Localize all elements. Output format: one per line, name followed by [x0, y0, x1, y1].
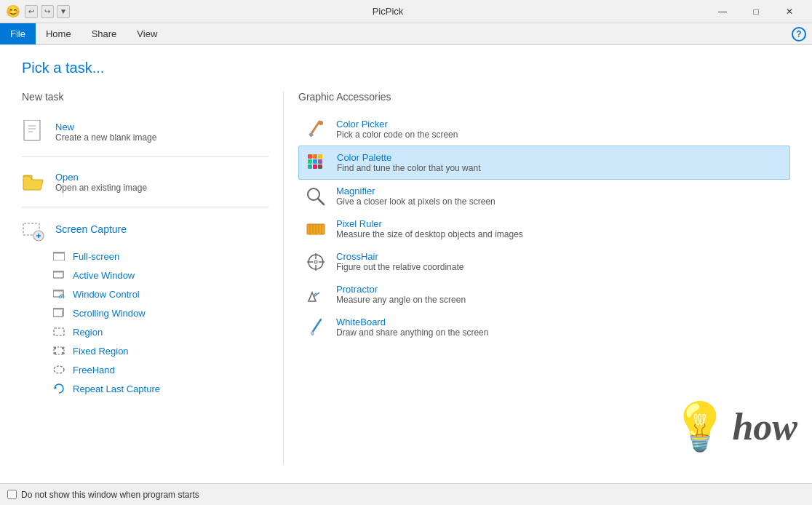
window-control-label: Window Control: [73, 289, 140, 300]
svg-rect-32: [308, 154, 312, 159]
scrolling-window-label: Scrolling Window: [73, 308, 146, 319]
fullscreen-icon: [52, 250, 65, 263]
whiteboard-item[interactable]: WhiteBoard Draw and share anything on th…: [298, 311, 790, 343]
protractor-item[interactable]: Protractor Measure any angle on the scre…: [298, 278, 790, 311]
close-button[interactable]: ✕: [773, 0, 806, 23]
svg-line-56: [312, 319, 321, 333]
pixel-ruler-text: Pixel Ruler Measure the size of desktop …: [336, 218, 523, 239]
svg-rect-10: [53, 252, 65, 254]
bulb-icon: 💡: [671, 399, 729, 454]
undo-button[interactable]: ↩: [25, 5, 38, 18]
whiteboard-icon: [306, 317, 326, 338]
new-task-item[interactable]: New Create a new blank image: [22, 114, 268, 149]
svg-rect-36: [313, 159, 317, 164]
menu-home[interactable]: Home: [36, 23, 81, 44]
screen-capture-header[interactable]: Screen Capture: [22, 215, 268, 247]
svg-rect-19: [53, 308, 63, 310]
watermark-text: how: [732, 405, 797, 448]
svg-rect-37: [318, 159, 322, 164]
crosshair-item[interactable]: CrossHair Figure out the relative coordi…: [298, 245, 790, 278]
app-logo: 😊: [6, 4, 20, 18]
title-bar-left: 😊 ↩ ↪ ▼: [6, 4, 70, 18]
new-task-section-title: New task: [22, 91, 268, 103]
full-screen-item[interactable]: Full-screen: [52, 247, 268, 266]
whiteboard-label: WhiteBoard: [336, 317, 488, 327]
color-palette-item[interactable]: Color Palette Find and tune the color th…: [298, 146, 790, 180]
title-bar: 😊 ↩ ↪ ▼ PicPick — □ ✕: [0, 0, 812, 23]
menu-file[interactable]: File: [0, 23, 36, 44]
svg-marker-28: [55, 386, 57, 389]
pixel-ruler-item[interactable]: Pixel Ruler Measure the size of desktop …: [298, 212, 790, 245]
pixel-ruler-icon: [306, 219, 326, 239]
scrolling-window-item[interactable]: Scrolling Window: [52, 303, 268, 322]
svg-point-50: [314, 261, 317, 263]
window-control-item[interactable]: Window Control: [52, 285, 268, 303]
svg-rect-0: [24, 120, 40, 140]
title-bar-controls[interactable]: ↩ ↪ ▼: [25, 5, 70, 18]
page-title: Pick a task...: [22, 60, 790, 76]
new-icon: [22, 120, 45, 143]
window-controls[interactable]: — □ ✕: [706, 0, 806, 23]
divider-1: [22, 156, 268, 157]
color-palette-desc: Find and tune the color that you want: [337, 163, 480, 173]
fixed-region-label: Fixed Region: [73, 346, 129, 357]
whiteboard-desc: Draw and share anything on the screen: [336, 327, 488, 338]
status-checkbox-label[interactable]: Do not show this window when program sta…: [7, 490, 199, 500]
dont-show-label: Do not show this window when program sta…: [21, 490, 199, 500]
screen-capture-title: Screen Capture: [55, 223, 127, 235]
window-title: PicPick: [373, 6, 404, 17]
magnifier-item[interactable]: Magnifier Give a closer look at pixels o…: [298, 180, 790, 212]
svg-rect-24: [62, 347, 64, 349]
minimize-button[interactable]: —: [706, 0, 739, 23]
svg-rect-12: [53, 271, 63, 273]
left-column: New task New Create a new blank image: [22, 91, 284, 464]
svg-point-27: [54, 366, 64, 373]
color-palette-icon: [306, 153, 327, 173]
svg-rect-34: [318, 154, 322, 159]
crosshair-text: CrossHair Figure out the relative coordi…: [336, 251, 463, 272]
region-icon: [52, 325, 65, 338]
magnifier-icon: [306, 186, 326, 207]
svg-rect-57: [310, 331, 314, 335]
crosshair-label: CrossHair: [336, 251, 463, 262]
full-screen-label: Full-screen: [73, 251, 119, 262]
new-desc: Create a new blank image: [55, 132, 156, 143]
graphic-section-title: Graphic Accessories: [298, 91, 790, 103]
protractor-text: Protractor Measure any angle on the scre…: [336, 284, 466, 305]
freehand-icon: [52, 363, 65, 376]
maximize-button[interactable]: □: [739, 0, 773, 23]
repeat-capture-item[interactable]: Repeat Last Capture: [52, 379, 268, 398]
color-palette-label: Color Palette: [337, 152, 480, 163]
menu-view[interactable]: View: [127, 23, 167, 44]
dropdown-button[interactable]: ▼: [57, 5, 70, 18]
svg-rect-35: [308, 159, 312, 164]
fixed-region-item[interactable]: Fixed Region: [52, 341, 268, 360]
freehand-label: FreeHand: [73, 365, 115, 375]
svg-rect-39: [313, 164, 317, 169]
dont-show-checkbox[interactable]: [7, 490, 17, 499]
svg-rect-40: [318, 164, 322, 169]
window-control-icon: [52, 287, 65, 301]
divider-2: [22, 207, 268, 207]
open-desc: Open an existing image: [55, 183, 147, 193]
help-button[interactable]: ?: [792, 27, 806, 41]
open-task-item[interactable]: Open Open an existing image: [22, 164, 268, 199]
menu-share[interactable]: Share: [81, 23, 127, 44]
new-task-text: New Create a new blank image: [55, 122, 156, 143]
svg-rect-25: [54, 352, 56, 354]
region-label: Region: [73, 327, 103, 338]
menu-bar-right: ?: [792, 27, 812, 41]
new-label: New: [55, 122, 156, 132]
active-window-item[interactable]: Active Window: [52, 266, 268, 285]
redo-button[interactable]: ↪: [41, 5, 54, 18]
region-item[interactable]: Region: [52, 322, 268, 341]
color-picker-item[interactable]: Color Picker Pick a color code on the sc…: [298, 113, 790, 146]
screen-capture-label: Screen Capture: [55, 223, 127, 235]
magnifier-desc: Give a closer look at pixels on the scre…: [336, 196, 495, 207]
open-icon: [22, 170, 45, 194]
fixed-region-icon: [52, 344, 65, 357]
freehand-item[interactable]: FreeHand: [52, 360, 268, 379]
svg-rect-33: [313, 154, 317, 159]
screen-capture-icon: [22, 220, 45, 244]
protractor-desc: Measure any angle on the screen: [336, 295, 466, 305]
